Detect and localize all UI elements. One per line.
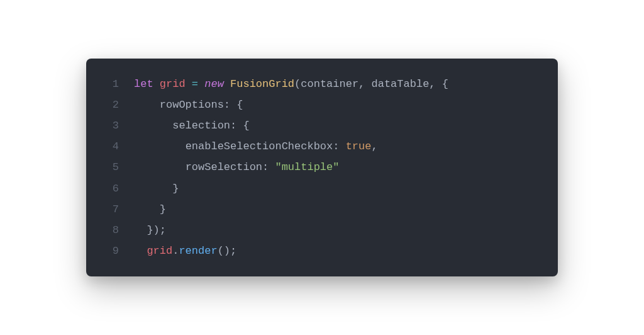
token: : { xyxy=(224,99,243,111)
code-lines-container: 1let grid = new FusionGrid(container, da… xyxy=(99,74,545,261)
indent xyxy=(134,161,186,173)
token: : xyxy=(333,140,345,152)
code-line: 1let grid = new FusionGrid(container, da… xyxy=(99,74,545,94)
indent xyxy=(134,183,172,195)
line-number: 8 xyxy=(99,220,119,241)
token: selection xyxy=(172,120,230,132)
token: , xyxy=(371,140,377,152)
line-number: 6 xyxy=(99,178,119,199)
code-line: 7 } xyxy=(99,199,545,220)
indent xyxy=(134,224,147,236)
indent xyxy=(134,140,186,152)
code-content: rowSelection: "multiple" xyxy=(134,157,545,178)
token: grid xyxy=(160,78,186,90)
line-number: 4 xyxy=(99,136,119,157)
token: . xyxy=(172,245,179,257)
token: FusionGrid xyxy=(230,78,294,90)
token: grid xyxy=(147,245,172,257)
code-content: enableSelectionCheckbox: true, xyxy=(134,136,545,157)
line-number: 3 xyxy=(99,115,119,136)
token: container xyxy=(301,78,358,90)
token: rowOptions xyxy=(160,99,224,111)
token: = xyxy=(192,78,198,90)
token: (); xyxy=(218,245,237,257)
token: "multiple" xyxy=(275,161,339,173)
line-number: 9 xyxy=(99,241,119,261)
code-content: rowOptions: { xyxy=(134,94,545,115)
token: ( xyxy=(294,78,301,90)
code-line: 5 rowSelection: "multiple" xyxy=(99,157,545,178)
line-number: 5 xyxy=(99,157,119,178)
token: render xyxy=(179,245,217,257)
code-line: 4 enableSelectionCheckbox: true, xyxy=(99,136,545,157)
code-content: }); xyxy=(134,220,545,241)
code-line: 6 } xyxy=(99,178,545,199)
token: new xyxy=(204,78,224,90)
line-number: 7 xyxy=(99,199,119,220)
indent xyxy=(134,120,172,132)
code-content: grid.render(); xyxy=(134,241,545,261)
token xyxy=(198,78,204,90)
token xyxy=(153,78,160,90)
token: enableSelectionCheckbox xyxy=(186,140,333,152)
token: rowSelection xyxy=(186,161,262,173)
indent xyxy=(134,99,160,111)
code-content: let grid = new FusionGrid(container, dat… xyxy=(134,74,545,94)
indent xyxy=(134,245,147,257)
token xyxy=(224,78,230,90)
token: , xyxy=(358,78,371,90)
code-line: 3 selection: { xyxy=(99,115,545,136)
code-line: 8 }); xyxy=(99,220,545,241)
line-number: 1 xyxy=(99,74,119,94)
line-number: 2 xyxy=(99,94,119,115)
token: true xyxy=(346,140,372,152)
token: } xyxy=(160,203,166,215)
token: let xyxy=(134,78,153,90)
token: : { xyxy=(230,120,250,132)
code-content: selection: { xyxy=(134,115,545,136)
code-block: 1let grid = new FusionGrid(container, da… xyxy=(86,59,558,276)
token: } xyxy=(172,183,179,195)
token: , { xyxy=(429,78,448,90)
token: : xyxy=(262,161,275,173)
token: }); xyxy=(147,224,166,236)
token: dataTable xyxy=(372,78,430,90)
code-content: } xyxy=(134,199,545,220)
indent xyxy=(134,203,160,215)
code-line: 9 grid.render(); xyxy=(99,241,545,261)
code-line: 2 rowOptions: { xyxy=(99,94,545,115)
code-content: } xyxy=(134,178,545,199)
token xyxy=(186,78,192,90)
